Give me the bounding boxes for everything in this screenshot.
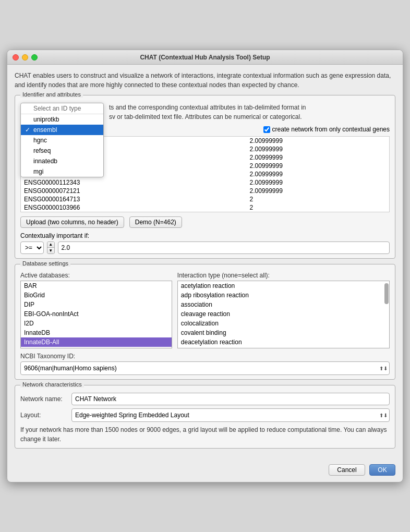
ok-button[interactable]: OK (369, 464, 395, 476)
ncbi-row: NCBI Taxonomy ID: 9606(man|human|Homo sa… (20, 353, 390, 375)
interaction-association[interactable]: association (178, 300, 389, 309)
scrollbar-thumb (384, 283, 389, 304)
table-cell-value: 2.00999999 (246, 137, 389, 146)
window-title: CHAT (Contextual Hub Analysis Tool) Setu… (140, 54, 270, 61)
table-cell-value: 2.00999999 (246, 145, 389, 153)
dropdown-item-mgi[interactable]: mgi (21, 166, 103, 177)
traffic-lights (13, 54, 38, 61)
db-layout: Active databases: BAR BioGrid DIP EBI-GO… (20, 272, 390, 348)
active-db-list[interactable]: BAR BioGrid DIP EBI-GOA-nonIntAct I2D In… (20, 281, 172, 348)
maximize-button[interactable] (31, 54, 38, 61)
footer: Cancel OK (7, 460, 403, 482)
identifier-section-label: Identifier and attributes (20, 91, 83, 98)
table-row: ENSG00000164713 2 (21, 195, 390, 203)
database-section: Database settings Active databases: BAR … (15, 264, 395, 380)
db-item-innatedb-all[interactable]: InnateDB-All (21, 337, 172, 347)
layout-select-container: Edge-weighted Spring Embedded Layout ⬆⬇ (71, 408, 390, 422)
identifier-section: Identifier and attributes Select an ID t… (15, 95, 395, 259)
ncbi-label: NCBI Taxonomy ID: (20, 353, 390, 360)
titlebar: CHAT (Contextual Hub Analysis Tool) Setu… (7, 50, 403, 65)
stepper-down[interactable]: ▼ (47, 248, 54, 253)
network-section-label: Network characteristics (20, 381, 84, 388)
cancel-button[interactable]: Cancel (329, 464, 365, 476)
table-cell-id: ENSG00000103966 (21, 203, 247, 212)
app-description: CHAT enables users to construct and visu… (15, 71, 395, 90)
id-description-area: ts and the corresponding contextual attr… (109, 103, 390, 133)
dropdown-item-innatedb[interactable]: innatedb (21, 156, 103, 166)
table-cell-value: 2.00999999 (246, 153, 389, 162)
db-item-innatedb[interactable]: InnateDB (21, 328, 172, 337)
interaction-label: Interaction type (none=select all): (177, 272, 390, 279)
upload-button[interactable]: Upload (two columns, no header) (20, 216, 124, 228)
interaction-cleavage[interactable]: cleavage reaction (178, 309, 389, 319)
create-network-checkbox-label[interactable]: create network from only contextual gene… (263, 126, 390, 133)
interaction-deneddylation[interactable]: deneddylation reaction (178, 347, 389, 348)
db-item-biogrid[interactable]: BioGrid (21, 291, 172, 300)
table-cell-value: 2.00999999 (246, 170, 389, 178)
ncbi-select-container: 9606(man|human|Homo sapiens) ⬆⬇ (20, 361, 390, 375)
minimize-button[interactable] (22, 54, 28, 61)
id-type-menu: Select an ID type uniprotkb ✓ ensembl (20, 103, 104, 177)
threshold-input[interactable] (58, 241, 390, 254)
network-name-input[interactable] (71, 393, 390, 405)
db-item-ebi[interactable]: EBI-GOA-nonIntAct (21, 309, 172, 319)
table-cell-value: 2 (246, 203, 389, 212)
window-content: CHAT enables users to construct and visu… (7, 65, 403, 460)
table-cell-id: ENSG00000164713 (21, 195, 247, 203)
active-db-label: Active databases: (20, 272, 172, 279)
condition-row: >= <= > < ▲ ▼ (20, 241, 390, 254)
network-name-label: Network name: (20, 395, 67, 403)
interaction-column: Interaction type (none=select all): acet… (177, 272, 390, 348)
db-item-intact[interactable]: IntAct (21, 347, 172, 348)
active-db-column: Active databases: BAR BioGrid DIP EBI-GO… (20, 272, 172, 348)
table-row: ENSG00000072121 2.00999999 (21, 187, 390, 195)
dropdown-header: Select an ID type (21, 103, 103, 114)
condition-label: Contextually important if: (20, 232, 89, 239)
table-row: ENSG00000112343 2.00999999 (21, 178, 390, 187)
dropdown-item-refseq[interactable]: refseq (21, 146, 103, 156)
demo-button[interactable]: Demo (N=462) (129, 216, 182, 228)
network-section: Network characteristics Network name: La… (15, 385, 395, 449)
interaction-adp[interactable]: adp ribosylation reaction (178, 291, 389, 300)
interaction-covalent[interactable]: covalent binding (178, 328, 389, 337)
layout-row: Layout: Edge-weighted Spring Embedded La… (20, 408, 390, 422)
interaction-colocalization[interactable]: colocalization (178, 319, 389, 328)
dropdown-item-hgnc[interactable]: hgnc (21, 135, 103, 146)
interaction-list[interactable]: acetylation reaction adp ribosylation re… (177, 281, 390, 348)
create-network-label: create network from only contextual gene… (272, 126, 390, 133)
upload-row: Upload (two columns, no header) Demo (N=… (20, 216, 390, 228)
network-name-row: Network name: (20, 393, 390, 405)
threshold-stepper[interactable]: ▲ ▼ (47, 241, 55, 254)
table-cell-id: ENSG00000072121 (21, 187, 247, 195)
operator-select[interactable]: >= <= > < (20, 241, 44, 254)
interaction-deacetylation[interactable]: deacetylation reaction (178, 337, 389, 347)
stepper-up[interactable]: ▲ (47, 242, 54, 248)
ncbi-select[interactable]: 9606(man|human|Homo sapiens) (20, 361, 390, 375)
dropdown-item-uniprotkb[interactable]: uniprotkb (21, 114, 103, 125)
dropdown-item-ensembl[interactable]: ✓ ensembl (21, 125, 103, 135)
table-cell-value: 2.00999999 (246, 178, 389, 187)
db-item-i2d[interactable]: I2D (21, 319, 172, 328)
db-item-dip[interactable]: DIP (21, 300, 172, 309)
table-cell-id: ENSG00000112343 (21, 178, 247, 187)
network-note: If your network has more than 1500 nodes… (20, 425, 390, 444)
table-cell-value: 2.00999999 (246, 187, 389, 195)
db-item-bar[interactable]: BAR (21, 281, 172, 291)
table-row: ENSG00000103966 2 (21, 203, 390, 212)
main-window: CHAT (Contextual Hub Analysis Tool) Setu… (7, 50, 403, 482)
table-cell-value: 2 (246, 195, 389, 203)
layout-select[interactable]: Edge-weighted Spring Embedded Layout (71, 408, 390, 422)
interaction-acetylation[interactable]: acetylation reaction (178, 281, 389, 291)
close-button[interactable] (13, 54, 19, 61)
id-body-text: ts and the corresponding contextual attr… (109, 103, 390, 122)
database-section-label: Database settings (20, 260, 70, 267)
create-network-checkbox[interactable] (263, 126, 270, 133)
layout-label: Layout: (20, 412, 67, 419)
table-cell-value: 2.00999999 (246, 162, 389, 170)
